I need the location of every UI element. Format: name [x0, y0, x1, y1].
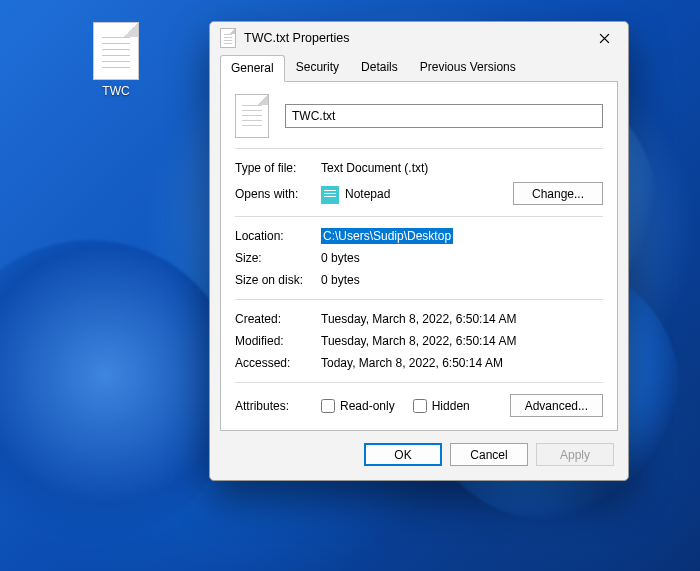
change-button[interactable]: Change...	[513, 182, 603, 205]
titlebar[interactable]: TWC.txt Properties	[210, 22, 628, 54]
modified-label: Modified:	[235, 334, 321, 348]
dialog-title: TWC.txt Properties	[244, 31, 586, 45]
title-file-icon	[220, 28, 236, 48]
accessed-value: Today, March 8, 2022, 6:50:14 AM	[321, 356, 603, 370]
modified-value: Tuesday, March 8, 2022, 6:50:14 AM	[321, 334, 603, 348]
opens-with-value: Notepad	[345, 187, 390, 201]
location-label: Location:	[235, 229, 321, 243]
type-of-file-value: Text Document (.txt)	[321, 161, 603, 175]
close-button[interactable]	[586, 26, 622, 50]
hidden-checkbox[interactable]: Hidden	[413, 399, 470, 413]
size-value: 0 bytes	[321, 251, 603, 265]
hidden-checkbox-label: Hidden	[432, 399, 470, 413]
dialog-footer: OK Cancel Apply	[210, 431, 628, 480]
readonly-checkbox[interactable]: Read-only	[321, 399, 395, 413]
tabstrip: General Security Details Previous Versio…	[210, 54, 628, 81]
size-on-disk-value: 0 bytes	[321, 273, 603, 287]
ok-button[interactable]: OK	[364, 443, 442, 466]
tab-details[interactable]: Details	[350, 54, 409, 81]
apply-button[interactable]: Apply	[536, 443, 614, 466]
readonly-checkbox-label: Read-only	[340, 399, 395, 413]
created-label: Created:	[235, 312, 321, 326]
close-icon	[599, 33, 610, 44]
created-value: Tuesday, March 8, 2022, 6:50:14 AM	[321, 312, 603, 326]
tab-previous-versions[interactable]: Previous Versions	[409, 54, 527, 81]
properties-dialog: TWC.txt Properties General Security Deta…	[209, 21, 629, 481]
accessed-label: Accessed:	[235, 356, 321, 370]
readonly-checkbox-input[interactable]	[321, 399, 335, 413]
opens-with-label: Opens with:	[235, 187, 321, 201]
cancel-button[interactable]: Cancel	[450, 443, 528, 466]
attributes-label: Attributes:	[235, 399, 321, 413]
tab-general[interactable]: General	[220, 55, 285, 82]
size-on-disk-label: Size on disk:	[235, 273, 321, 287]
desktop-file-icon[interactable]: TWC	[78, 22, 154, 98]
hidden-checkbox-input[interactable]	[413, 399, 427, 413]
advanced-button[interactable]: Advanced...	[510, 394, 603, 417]
notepad-icon	[321, 186, 339, 204]
desktop-file-label: TWC	[78, 84, 154, 98]
file-type-icon	[235, 94, 269, 138]
location-value[interactable]: C:\Users\Sudip\Desktop	[321, 228, 453, 244]
tab-panel-general: Type of file: Text Document (.txt) Opens…	[220, 81, 618, 431]
size-label: Size:	[235, 251, 321, 265]
text-file-icon	[93, 22, 139, 80]
type-of-file-label: Type of file:	[235, 161, 321, 175]
tab-security[interactable]: Security	[285, 54, 350, 81]
filename-input[interactable]	[285, 104, 603, 128]
